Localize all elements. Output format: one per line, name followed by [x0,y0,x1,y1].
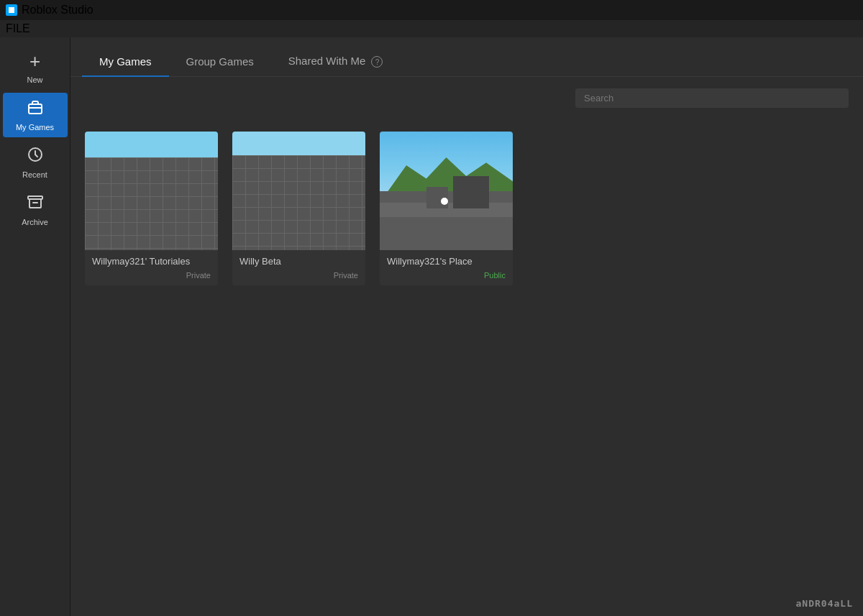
clock-icon [27,146,44,167]
search-bar [575,88,849,108]
game-card-3[interactable]: Willymay321's Place Public [380,132,513,285]
game-title-2: Willy Beta [239,256,358,268]
search-input[interactable] [575,88,849,108]
tab-my-games[interactable]: My Games [82,47,169,76]
tab-group-games[interactable]: Group Games [169,47,271,76]
svg-rect-2 [29,104,42,114]
title-bar-text: Roblox Studio [22,4,93,17]
building-large-decoration [453,176,489,208]
svg-rect-1 [9,7,14,13]
game-card-2[interactable]: Willy Beta Private [232,132,365,285]
sidebar-recent-label: Recent [22,170,47,179]
game-thumbnail-1 [85,132,218,250]
content-area: My Games Group Games Shared With Me ? [70,37,863,616]
sidebar: + New My Games Recent [0,37,70,616]
menu-file[interactable]: FILE [6,22,30,35]
archive-icon [27,193,44,215]
title-bar: Roblox Studio [0,0,863,20]
sidebar-item-archive[interactable]: Archive [3,188,68,232]
tab-shared-with-me[interactable]: Shared With Me ? [271,46,401,76]
games-grid: Willymay321' Tutoriales Private Willy Be… [85,124,849,293]
briefcase-icon [27,98,44,120]
game-title-3: Willymay321's Place [387,256,506,268]
game-info-3: Willymay321's Place Public [380,250,513,285]
game-thumbnail-3 [380,132,513,250]
sidebar-item-my-games[interactable]: My Games [3,93,68,137]
game-info-2: Willy Beta Private [232,250,365,285]
menu-bar: FILE [0,20,863,37]
tabs-bar: My Games Group Games Shared With Me ? [70,37,863,77]
sidebar-item-recent[interactable]: Recent [3,140,68,185]
game-info-1: Willymay321' Tutoriales Private [85,250,218,285]
game-card-1[interactable]: Willymay321' Tutoriales Private [85,132,218,285]
sidebar-my-games-label: My Games [16,123,54,132]
shared-help-icon[interactable]: ? [371,56,383,68]
sidebar-archive-label: Archive [22,218,48,226]
new-icon: + [29,50,40,73]
game-thumbnail-2 [232,132,365,250]
game-status-3: Public [387,271,506,280]
game-title-1: Willymay321' Tutoriales [92,256,211,268]
main-layout: + New My Games Recent [0,37,863,616]
roblox-logo-icon [6,4,17,16]
game-status-1: Private [92,271,211,280]
watermark: aNDR04aLL [796,598,853,609]
game-status-2: Private [239,271,358,280]
content-body: Willymay321' Tutoriales Private Willy Be… [70,77,863,616]
sidebar-item-new[interactable]: + New [3,45,68,90]
sidebar-new-label: New [27,75,42,84]
